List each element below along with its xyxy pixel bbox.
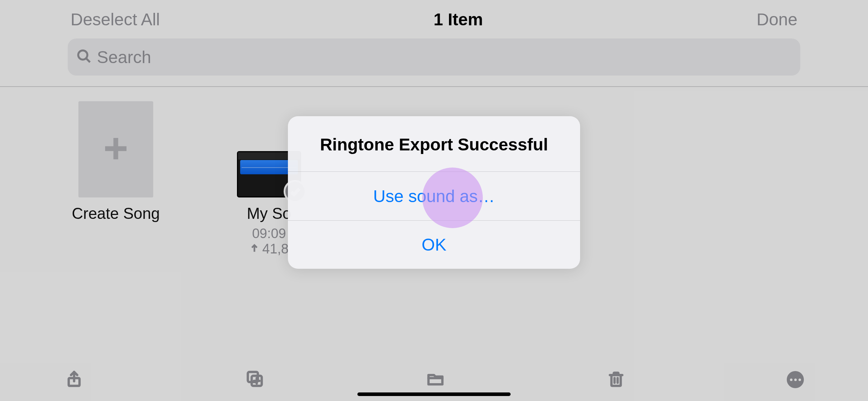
ok-button[interactable]: OK	[288, 220, 580, 269]
use-sound-as-button[interactable]: Use sound as…	[288, 172, 580, 220]
ringtone-export-alert: Ringtone Export Successful Use sound as……	[288, 116, 580, 269]
alert-title: Ringtone Export Successful	[288, 116, 580, 172]
